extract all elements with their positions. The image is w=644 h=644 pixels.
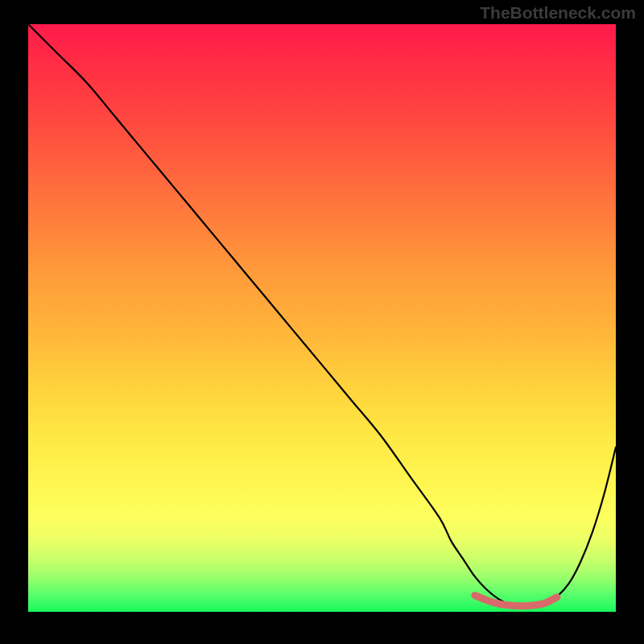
watermark-text: TheBottleneck.com: [480, 3, 636, 23]
highlight-band-line: [475, 596, 557, 606]
bottleneck-curve-line: [28, 24, 616, 607]
chart-svg: [28, 24, 616, 612]
chart-plot-area: [28, 24, 616, 612]
